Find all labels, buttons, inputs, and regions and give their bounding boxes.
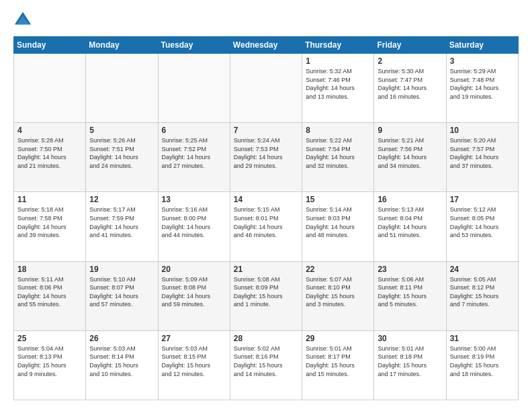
- calendar-body: 1Sunrise: 5:32 AM Sunset: 7:46 PM Daylig…: [14, 54, 519, 400]
- day-info: Sunrise: 5:00 AM Sunset: 8:19 PM Dayligh…: [450, 345, 515, 378]
- day-number: 4: [17, 126, 82, 135]
- day-number: 30: [378, 334, 442, 343]
- calendar-cell: 25Sunrise: 5:04 AM Sunset: 8:13 PM Dayli…: [14, 330, 86, 400]
- calendar-cell: 14Sunrise: 5:15 AM Sunset: 8:01 PM Dayli…: [230, 192, 302, 261]
- calendar-table: SundayMondayTuesdayWednesdayThursdayFrid…: [13, 36, 519, 400]
- day-header-tuesday: Tuesday: [158, 37, 230, 54]
- calendar-cell: 17Sunrise: 5:12 AM Sunset: 8:05 PM Dayli…: [446, 192, 518, 261]
- week-row-3: 18Sunrise: 5:11 AM Sunset: 8:06 PM Dayli…: [14, 261, 519, 330]
- calendar-cell: 16Sunrise: 5:13 AM Sunset: 8:04 PM Dayli…: [374, 192, 446, 261]
- calendar-cell: 4Sunrise: 5:28 AM Sunset: 7:50 PM Daylig…: [14, 123, 86, 192]
- calendar-cell: 2Sunrise: 5:30 AM Sunset: 7:47 PM Daylig…: [374, 54, 446, 123]
- page: SundayMondayTuesdayWednesdayThursdayFrid…: [0, 0, 532, 411]
- day-info: Sunrise: 5:22 AM Sunset: 7:54 PM Dayligh…: [306, 136, 370, 170]
- calendar-cell: 18Sunrise: 5:11 AM Sunset: 8:06 PM Dayli…: [14, 261, 86, 330]
- day-info: Sunrise: 5:11 AM Sunset: 8:06 PM Dayligh…: [17, 275, 82, 309]
- day-number: 23: [378, 265, 442, 274]
- day-number: 5: [89, 126, 154, 135]
- day-number: 2: [378, 56, 442, 66]
- calendar-cell: 5Sunrise: 5:26 AM Sunset: 7:51 PM Daylig…: [86, 123, 158, 192]
- day-info: Sunrise: 5:01 AM Sunset: 8:18 PM Dayligh…: [378, 345, 442, 378]
- day-number: 27: [162, 334, 226, 343]
- day-info: Sunrise: 5:17 AM Sunset: 7:59 PM Dayligh…: [89, 205, 154, 239]
- week-row-1: 4Sunrise: 5:28 AM Sunset: 7:50 PM Daylig…: [14, 123, 519, 192]
- calendar-cell: 9Sunrise: 5:21 AM Sunset: 7:56 PM Daylig…: [374, 123, 446, 192]
- calendar-cell: 23Sunrise: 5:06 AM Sunset: 8:11 PM Dayli…: [374, 261, 446, 330]
- calendar-cell: 28Sunrise: 5:02 AM Sunset: 8:16 PM Dayli…: [230, 330, 302, 400]
- day-number: 26: [89, 334, 154, 343]
- day-number: 21: [234, 265, 298, 274]
- day-info: Sunrise: 5:07 AM Sunset: 8:10 PM Dayligh…: [306, 275, 370, 309]
- day-info: Sunrise: 5:03 AM Sunset: 8:15 PM Dayligh…: [162, 345, 226, 378]
- day-info: Sunrise: 5:21 AM Sunset: 7:56 PM Dayligh…: [378, 136, 442, 170]
- day-info: Sunrise: 5:14 AM Sunset: 8:03 PM Dayligh…: [306, 205, 370, 239]
- calendar-cell: 19Sunrise: 5:10 AM Sunset: 8:07 PM Dayli…: [86, 261, 158, 330]
- day-info: Sunrise: 5:32 AM Sunset: 7:46 PM Dayligh…: [306, 67, 370, 101]
- calendar-cell: [86, 54, 158, 123]
- day-number: 19: [89, 265, 154, 274]
- day-number: 12: [89, 195, 154, 204]
- day-info: Sunrise: 5:29 AM Sunset: 7:48 PM Dayligh…: [450, 67, 515, 101]
- day-info: Sunrise: 5:03 AM Sunset: 8:14 PM Dayligh…: [89, 345, 154, 378]
- calendar-cell: 27Sunrise: 5:03 AM Sunset: 8:15 PM Dayli…: [158, 330, 230, 400]
- day-info: Sunrise: 5:26 AM Sunset: 7:51 PM Dayligh…: [89, 136, 154, 170]
- week-row-4: 25Sunrise: 5:04 AM Sunset: 8:13 PM Dayli…: [14, 330, 519, 400]
- calendar-cell: [158, 54, 230, 123]
- day-header-friday: Friday: [374, 37, 446, 54]
- calendar-cell: [230, 54, 302, 123]
- day-number: 13: [162, 195, 226, 204]
- calendar-cell: 8Sunrise: 5:22 AM Sunset: 7:54 PM Daylig…: [302, 123, 374, 192]
- week-row-2: 11Sunrise: 5:18 AM Sunset: 7:58 PM Dayli…: [14, 192, 519, 261]
- day-number: 24: [450, 265, 515, 274]
- day-info: Sunrise: 5:10 AM Sunset: 8:07 PM Dayligh…: [89, 275, 154, 309]
- calendar-cell: 6Sunrise: 5:25 AM Sunset: 7:52 PM Daylig…: [158, 123, 230, 192]
- day-number: 6: [162, 126, 226, 135]
- calendar-cell: 20Sunrise: 5:09 AM Sunset: 8:08 PM Dayli…: [158, 261, 230, 330]
- calendar-cell: 22Sunrise: 5:07 AM Sunset: 8:10 PM Dayli…: [302, 261, 374, 330]
- day-info: Sunrise: 5:04 AM Sunset: 8:13 PM Dayligh…: [17, 345, 82, 378]
- day-number: 25: [17, 334, 82, 343]
- calendar-cell: 10Sunrise: 5:20 AM Sunset: 7:57 PM Dayli…: [446, 123, 518, 192]
- day-info: Sunrise: 5:08 AM Sunset: 8:09 PM Dayligh…: [234, 275, 298, 309]
- day-number: 1: [306, 56, 370, 66]
- day-number: 22: [306, 265, 370, 274]
- calendar-cell: [14, 54, 86, 123]
- calendar-cell: 1Sunrise: 5:32 AM Sunset: 7:46 PM Daylig…: [302, 54, 374, 123]
- calendar-cell: 15Sunrise: 5:14 AM Sunset: 8:03 PM Dayli…: [302, 192, 374, 261]
- calendar-cell: 21Sunrise: 5:08 AM Sunset: 8:09 PM Dayli…: [230, 261, 302, 330]
- day-info: Sunrise: 5:02 AM Sunset: 8:16 PM Dayligh…: [234, 345, 298, 378]
- day-info: Sunrise: 5:16 AM Sunset: 8:00 PM Dayligh…: [162, 205, 226, 239]
- day-header-monday: Monday: [86, 37, 158, 54]
- day-number: 18: [17, 265, 82, 274]
- day-number: 31: [450, 334, 515, 343]
- calendar-cell: 24Sunrise: 5:05 AM Sunset: 8:12 PM Dayli…: [446, 261, 518, 330]
- day-info: Sunrise: 5:05 AM Sunset: 8:12 PM Dayligh…: [450, 275, 515, 309]
- calendar-cell: 12Sunrise: 5:17 AM Sunset: 7:59 PM Dayli…: [86, 192, 158, 261]
- day-number: 10: [450, 126, 515, 135]
- calendar-header-row: SundayMondayTuesdayWednesdayThursdayFrid…: [14, 37, 519, 54]
- day-number: 8: [306, 126, 370, 135]
- day-info: Sunrise: 5:13 AM Sunset: 8:04 PM Dayligh…: [378, 205, 442, 239]
- day-info: Sunrise: 5:25 AM Sunset: 7:52 PM Dayligh…: [162, 136, 226, 170]
- day-number: 20: [162, 265, 226, 274]
- day-number: 28: [234, 334, 298, 343]
- day-number: 7: [234, 126, 298, 135]
- logo: [13, 11, 35, 30]
- day-number: 11: [17, 195, 82, 204]
- calendar-cell: 7Sunrise: 5:24 AM Sunset: 7:53 PM Daylig…: [230, 123, 302, 192]
- week-row-0: 1Sunrise: 5:32 AM Sunset: 7:46 PM Daylig…: [14, 54, 519, 123]
- logo-icon: [13, 11, 32, 30]
- day-info: Sunrise: 5:06 AM Sunset: 8:11 PM Dayligh…: [378, 275, 442, 309]
- day-number: 14: [234, 195, 298, 204]
- day-number: 29: [306, 334, 370, 343]
- day-info: Sunrise: 5:24 AM Sunset: 7:53 PM Dayligh…: [234, 136, 298, 170]
- day-number: 9: [378, 126, 442, 135]
- day-number: 15: [306, 195, 370, 204]
- day-info: Sunrise: 5:12 AM Sunset: 8:05 PM Dayligh…: [450, 205, 515, 239]
- day-header-sunday: Sunday: [14, 37, 86, 54]
- header: [13, 11, 519, 30]
- calendar-cell: 3Sunrise: 5:29 AM Sunset: 7:48 PM Daylig…: [446, 54, 518, 123]
- calendar-cell: 29Sunrise: 5:01 AM Sunset: 8:17 PM Dayli…: [302, 330, 374, 400]
- day-info: Sunrise: 5:15 AM Sunset: 8:01 PM Dayligh…: [234, 205, 298, 239]
- day-number: 17: [450, 195, 515, 204]
